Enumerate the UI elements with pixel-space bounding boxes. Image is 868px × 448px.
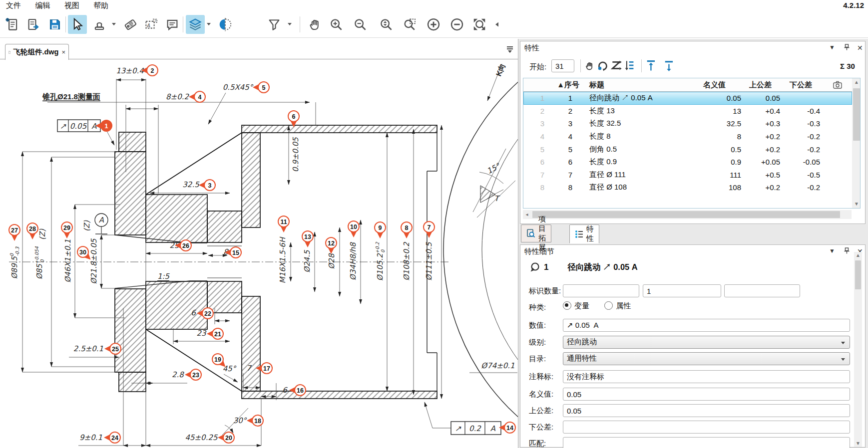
balloon-marker[interactable]: 8 [401, 222, 412, 238]
table-row[interactable]: 44长度 88+0.2-0.2 [523, 130, 852, 143]
balloon-marker[interactable]: 10 [348, 221, 359, 237]
balloon-marker[interactable]: 21 [207, 328, 223, 339]
stamp-dropdown-icon[interactable] [112, 23, 116, 25]
layers-icon[interactable] [186, 15, 205, 34]
balloon-marker[interactable]: 18 [247, 415, 263, 426]
balloon-marker[interactable]: 29 [61, 222, 72, 238]
move-bottom-icon[interactable] [663, 59, 675, 72]
lower-tolerance-input[interactable] [563, 421, 850, 434]
zoom-extents-icon[interactable] [377, 15, 396, 34]
id-count-input-2[interactable] [643, 284, 721, 297]
close-icon[interactable]: ✕ [857, 44, 863, 52]
balloon-marker[interactable]: 11 [278, 216, 289, 232]
details-vscrollbar[interactable]: ▲ ▼ [854, 252, 862, 447]
table-row[interactable]: 66长度 0.90.9+0.05-0.05 [523, 156, 852, 169]
value-input[interactable] [563, 319, 850, 332]
pin-icon[interactable] [844, 247, 850, 255]
note-label: 注释标: [529, 372, 553, 382]
note-input[interactable] [563, 370, 850, 383]
menu-view[interactable]: 视图 [58, 1, 85, 10]
zoom-out-icon[interactable] [351, 15, 370, 34]
table-row[interactable]: 33长度 32.532.5+0.3-0.3 [523, 117, 852, 130]
filter-dropdown-icon[interactable] [288, 23, 292, 25]
table-row[interactable]: 88直径 Ø 108108+0.2-0.2 [523, 181, 852, 194]
menu-help[interactable]: 帮助 [87, 1, 114, 10]
column-header-nominal[interactable]: 名义值 [703, 78, 726, 91]
table-vscrollbar[interactable]: ▲ ▼ [852, 78, 861, 208]
new-document-icon[interactable] [3, 15, 22, 34]
tab-list-menu-icon[interactable] [505, 45, 514, 56]
drawing-canvas[interactable]: 13±0.48±0.20.5X45°32.52581:56232.5±0.12.… [0, 39, 518, 448]
balloon-marker[interactable]: 27 [9, 224, 20, 241]
collapse-toolbar-icon[interactable] [492, 15, 501, 34]
pan-hand-icon[interactable] [306, 15, 325, 34]
comment-icon[interactable] [163, 15, 182, 34]
renumber-icon[interactable] [596, 59, 609, 72]
table-hscrollbar[interactable]: ◂ [523, 210, 852, 219]
balloon-marker[interactable]: 7 [424, 222, 434, 238]
sort-list-icon[interactable] [624, 59, 637, 72]
tab-project-expand[interactable]: 项目拓展 [521, 224, 551, 242]
table-row[interactable]: 77直径 Ø 111111+0.5-0.5 [523, 169, 852, 182]
column-header-upper[interactable]: 上公差 [749, 78, 772, 91]
balloon-marker[interactable]: 20 [218, 432, 234, 443]
balloon-marker[interactable]: 9 [375, 222, 386, 238]
balloon-marker[interactable]: 3 [199, 180, 215, 191]
move-top-icon[interactable] [645, 59, 657, 72]
document-tab[interactable]: 飞轮组件.dwg × [5, 44, 69, 60]
balloon-marker[interactable]: 19 [212, 354, 226, 367]
pick-hand-icon[interactable] [584, 59, 595, 72]
mirror-view-icon[interactable] [216, 15, 235, 34]
decrease-icon[interactable] [447, 15, 466, 34]
level-dropdown[interactable]: 径向跳动 [563, 336, 850, 349]
table-row[interactable]: 22长度 1313+0.4-0.4 [523, 105, 852, 118]
pin-icon[interactable] [844, 44, 850, 52]
tab-close-icon[interactable]: × [61, 48, 65, 56]
panel-menu-icon[interactable]: ▼ [829, 44, 835, 51]
balloon-marker[interactable]: 30 [77, 246, 91, 260]
nominal-input[interactable] [563, 388, 850, 401]
balloon-marker[interactable]: 25 [104, 343, 121, 354]
catalog-dropdown[interactable]: 通用特性 [563, 352, 850, 365]
tag-icon[interactable] [121, 15, 140, 34]
radio-attribute[interactable] [604, 301, 613, 310]
balloon-marker[interactable]: 28 [27, 223, 38, 239]
region-select-icon[interactable]: A1 [142, 15, 161, 34]
balloon-marker[interactable]: 4 [189, 91, 205, 102]
radio-variable[interactable] [563, 301, 571, 310]
zoom-fit-screen-icon[interactable] [470, 15, 489, 34]
stamp-icon[interactable] [90, 15, 109, 34]
balloon-marker[interactable]: 6 [288, 111, 299, 127]
balloon-marker[interactable]: 12 [326, 237, 337, 254]
zoom-window-icon[interactable] [401, 15, 420, 34]
menu-edit[interactable]: 编辑 [29, 1, 56, 10]
upper-tolerance-input[interactable] [563, 404, 850, 417]
id-count-input-1[interactable] [563, 284, 639, 297]
increase-icon[interactable] [424, 15, 443, 34]
layers-dropdown-icon[interactable] [207, 23, 211, 25]
balloon-marker[interactable]: 13 [302, 231, 313, 247]
balloon-marker[interactable]: 5 [253, 82, 269, 93]
balloon-marker[interactable]: 2 [141, 65, 158, 76]
tab-characteristics[interactable]: 特性 [569, 224, 599, 243]
start-number-input[interactable] [551, 59, 574, 72]
match-input[interactable] [563, 437, 850, 448]
select-cursor-icon[interactable] [68, 15, 87, 34]
menu-file[interactable]: 文件 [0, 1, 27, 10]
filter-icon[interactable] [265, 15, 284, 34]
open-document-icon[interactable] [24, 15, 43, 34]
balloon-marker[interactable]: 23 [185, 369, 201, 380]
table-row[interactable]: 11径向跳动 ↗ 0.05 A0.050.05 [523, 92, 852, 105]
id-count-input-3[interactable] [724, 284, 800, 297]
panel-menu-icon[interactable]: ▼ [829, 247, 835, 254]
zoom-in-icon[interactable] [327, 15, 346, 34]
column-header-lower[interactable]: 下公差 [790, 78, 812, 91]
balloon-marker[interactable]: 14 [499, 422, 515, 433]
balloon-marker[interactable]: 24 [104, 432, 120, 443]
snapshot-camera-icon[interactable] [833, 81, 843, 91]
table-row[interactable]: 55倒角 0.50.5+0.2-0.2 [523, 143, 852, 156]
column-header-title[interactable]: 标题 [589, 78, 604, 91]
column-header-no[interactable]: ▲序号 [523, 78, 579, 91]
save-icon[interactable] [45, 15, 64, 34]
zigzag-order-icon[interactable] [610, 59, 623, 72]
